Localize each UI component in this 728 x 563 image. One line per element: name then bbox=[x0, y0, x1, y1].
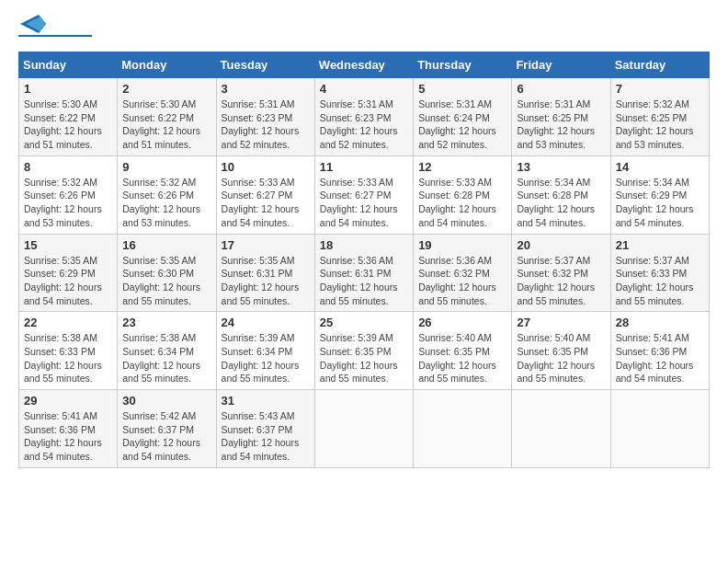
day-info: Sunrise: 5:32 AM Sunset: 6:26 PM Dayligh… bbox=[122, 176, 210, 230]
day-number: 25 bbox=[320, 316, 408, 329]
day-number: 8 bbox=[24, 160, 112, 174]
day-info: Sunrise: 5:34 AM Sunset: 6:29 PM Dayligh… bbox=[616, 176, 704, 230]
calendar-day-5: 5Sunrise: 5:31 AM Sunset: 6:24 PM Daylig… bbox=[414, 78, 512, 156]
header-monday: Monday bbox=[118, 52, 216, 78]
calendar-day-6: 6Sunrise: 5:31 AM Sunset: 6:25 PM Daylig… bbox=[512, 78, 610, 156]
calendar-day-14: 14Sunrise: 5:34 AM Sunset: 6:29 PM Dayli… bbox=[610, 155, 709, 234]
calendar-day-21: 21Sunrise: 5:37 AM Sunset: 6:33 PM Dayli… bbox=[610, 234, 709, 312]
calendar-week-2: 8Sunrise: 5:32 AM Sunset: 6:26 PM Daylig… bbox=[19, 155, 710, 234]
header-saturday: Saturday bbox=[610, 52, 709, 78]
day-info: Sunrise: 5:39 AM Sunset: 6:34 PM Dayligh… bbox=[222, 331, 310, 385]
calendar-week-3: 15Sunrise: 5:35 AM Sunset: 6:29 PM Dayli… bbox=[19, 234, 710, 312]
day-info: Sunrise: 5:33 AM Sunset: 6:27 PM Dayligh… bbox=[222, 176, 310, 230]
header-thursday: Thursday bbox=[414, 52, 512, 78]
calendar-day-20: 20Sunrise: 5:37 AM Sunset: 6:32 PM Dayli… bbox=[512, 234, 610, 312]
day-info: Sunrise: 5:39 AM Sunset: 6:35 PM Dayligh… bbox=[320, 331, 408, 385]
calendar-day-19: 19Sunrise: 5:36 AM Sunset: 6:32 PM Dayli… bbox=[414, 234, 512, 312]
day-number: 4 bbox=[320, 82, 408, 96]
calendar-day-1: 1Sunrise: 5:30 AM Sunset: 6:22 PM Daylig… bbox=[19, 78, 118, 156]
day-number: 31 bbox=[222, 394, 310, 408]
day-info: Sunrise: 5:30 AM Sunset: 6:22 PM Dayligh… bbox=[122, 98, 210, 152]
day-info: Sunrise: 5:33 AM Sunset: 6:27 PM Dayligh… bbox=[320, 176, 408, 230]
logo bbox=[18, 18, 92, 37]
calendar-day-27: 27Sunrise: 5:40 AM Sunset: 6:35 PM Dayli… bbox=[512, 312, 610, 390]
day-number: 3 bbox=[222, 82, 310, 96]
day-info: Sunrise: 5:40 AM Sunset: 6:35 PM Dayligh… bbox=[517, 331, 605, 385]
calendar-day-16: 16Sunrise: 5:35 AM Sunset: 6:30 PM Dayli… bbox=[118, 234, 216, 312]
day-info: Sunrise: 5:35 AM Sunset: 6:29 PM Dayligh… bbox=[24, 254, 112, 308]
day-number: 16 bbox=[122, 238, 210, 252]
day-info: Sunrise: 5:38 AM Sunset: 6:33 PM Dayligh… bbox=[24, 331, 112, 385]
day-number: 17 bbox=[222, 238, 310, 252]
day-number: 30 bbox=[122, 394, 210, 408]
day-number: 14 bbox=[616, 160, 704, 174]
calendar-day-24: 24Sunrise: 5:39 AM Sunset: 6:34 PM Dayli… bbox=[216, 312, 314, 390]
calendar-week-5: 29Sunrise: 5:41 AM Sunset: 6:36 PM Dayli… bbox=[19, 390, 710, 468]
day-info: Sunrise: 5:32 AM Sunset: 6:25 PM Dayligh… bbox=[616, 98, 704, 152]
day-number: 5 bbox=[418, 82, 506, 96]
day-info: Sunrise: 5:35 AM Sunset: 6:31 PM Dayligh… bbox=[222, 254, 310, 308]
day-number: 10 bbox=[222, 160, 310, 174]
calendar-day-9: 9Sunrise: 5:32 AM Sunset: 6:26 PM Daylig… bbox=[118, 155, 216, 234]
page-header bbox=[18, 18, 710, 37]
calendar-day-13: 13Sunrise: 5:34 AM Sunset: 6:28 PM Dayli… bbox=[512, 155, 610, 234]
day-number: 23 bbox=[122, 316, 210, 329]
calendar-day-23: 23Sunrise: 5:38 AM Sunset: 6:34 PM Dayli… bbox=[118, 312, 216, 390]
calendar-table: SundayMondayTuesdayWednesdayThursdayFrid… bbox=[18, 52, 710, 468]
day-number: 29 bbox=[24, 394, 112, 408]
calendar-day-18: 18Sunrise: 5:36 AM Sunset: 6:31 PM Dayli… bbox=[314, 234, 413, 312]
day-number: 12 bbox=[418, 160, 506, 174]
calendar-week-4: 22Sunrise: 5:38 AM Sunset: 6:33 PM Dayli… bbox=[19, 312, 710, 390]
calendar-day-12: 12Sunrise: 5:33 AM Sunset: 6:28 PM Dayli… bbox=[414, 155, 512, 234]
day-number: 6 bbox=[517, 82, 605, 96]
calendar-day-7: 7Sunrise: 5:32 AM Sunset: 6:25 PM Daylig… bbox=[610, 78, 709, 156]
day-info: Sunrise: 5:31 AM Sunset: 6:23 PM Dayligh… bbox=[222, 98, 310, 152]
calendar-day-25: 25Sunrise: 5:39 AM Sunset: 6:35 PM Dayli… bbox=[314, 312, 413, 390]
day-number: 9 bbox=[122, 160, 210, 174]
day-number: 26 bbox=[418, 316, 506, 329]
header-wednesday: Wednesday bbox=[314, 52, 413, 78]
day-info: Sunrise: 5:36 AM Sunset: 6:32 PM Dayligh… bbox=[418, 254, 506, 308]
day-info: Sunrise: 5:37 AM Sunset: 6:32 PM Dayligh… bbox=[517, 254, 605, 308]
day-info: Sunrise: 5:38 AM Sunset: 6:34 PM Dayligh… bbox=[122, 331, 210, 385]
day-number: 11 bbox=[320, 160, 408, 174]
day-info: Sunrise: 5:32 AM Sunset: 6:26 PM Dayligh… bbox=[24, 176, 112, 230]
day-info: Sunrise: 5:40 AM Sunset: 6:35 PM Dayligh… bbox=[418, 331, 506, 385]
day-info: Sunrise: 5:41 AM Sunset: 6:36 PM Dayligh… bbox=[24, 409, 112, 464]
calendar-header-row: SundayMondayTuesdayWednesdayThursdayFrid… bbox=[19, 52, 710, 78]
calendar-day-29: 29Sunrise: 5:41 AM Sunset: 6:36 PM Dayli… bbox=[19, 390, 118, 468]
day-number: 7 bbox=[616, 82, 704, 96]
day-info: Sunrise: 5:34 AM Sunset: 6:28 PM Dayligh… bbox=[517, 176, 605, 230]
calendar-day-15: 15Sunrise: 5:35 AM Sunset: 6:29 PM Dayli… bbox=[19, 234, 118, 312]
day-info: Sunrise: 5:33 AM Sunset: 6:28 PM Dayligh… bbox=[418, 176, 506, 230]
day-info: Sunrise: 5:31 AM Sunset: 6:24 PM Dayligh… bbox=[418, 98, 506, 152]
day-info: Sunrise: 5:43 AM Sunset: 6:37 PM Dayligh… bbox=[222, 409, 310, 464]
day-info: Sunrise: 5:31 AM Sunset: 6:23 PM Dayligh… bbox=[320, 98, 408, 152]
day-number: 21 bbox=[616, 238, 704, 252]
header-tuesday: Tuesday bbox=[216, 52, 314, 78]
day-number: 18 bbox=[320, 238, 408, 252]
empty-day bbox=[610, 390, 709, 468]
calendar-day-26: 26Sunrise: 5:40 AM Sunset: 6:35 PM Dayli… bbox=[414, 312, 512, 390]
header-sunday: Sunday bbox=[19, 52, 118, 78]
day-number: 2 bbox=[122, 82, 210, 96]
calendar-day-10: 10Sunrise: 5:33 AM Sunset: 6:27 PM Dayli… bbox=[216, 155, 314, 234]
day-number: 15 bbox=[24, 238, 112, 252]
calendar-day-2: 2Sunrise: 5:30 AM Sunset: 6:22 PM Daylig… bbox=[118, 78, 216, 156]
calendar-day-28: 28Sunrise: 5:41 AM Sunset: 6:36 PM Dayli… bbox=[610, 312, 709, 390]
day-info: Sunrise: 5:37 AM Sunset: 6:33 PM Dayligh… bbox=[616, 254, 704, 308]
day-info: Sunrise: 5:42 AM Sunset: 6:37 PM Dayligh… bbox=[122, 409, 210, 464]
day-number: 27 bbox=[517, 316, 605, 329]
calendar-day-8: 8Sunrise: 5:32 AM Sunset: 6:26 PM Daylig… bbox=[19, 155, 118, 234]
day-number: 28 bbox=[616, 316, 704, 329]
calendar-day-22: 22Sunrise: 5:38 AM Sunset: 6:33 PM Dayli… bbox=[19, 312, 118, 390]
calendar-day-11: 11Sunrise: 5:33 AM Sunset: 6:27 PM Dayli… bbox=[314, 155, 413, 234]
day-number: 19 bbox=[418, 238, 506, 252]
calendar-day-4: 4Sunrise: 5:31 AM Sunset: 6:23 PM Daylig… bbox=[314, 78, 413, 156]
day-info: Sunrise: 5:36 AM Sunset: 6:31 PM Dayligh… bbox=[320, 254, 408, 308]
day-info: Sunrise: 5:41 AM Sunset: 6:36 PM Dayligh… bbox=[616, 331, 704, 385]
day-number: 24 bbox=[222, 316, 310, 329]
empty-day bbox=[414, 390, 512, 468]
header-friday: Friday bbox=[512, 52, 610, 78]
day-number: 1 bbox=[24, 82, 112, 96]
